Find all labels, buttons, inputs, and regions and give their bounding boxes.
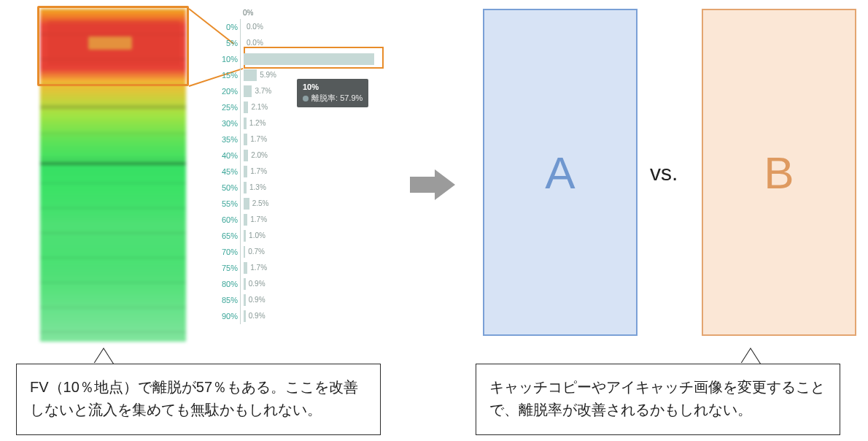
chart-row-label: 0% [215,23,240,31]
chart-row-label: 90% [215,312,240,321]
chart-bar-value: 1.7% [250,214,267,226]
chart-row: 10% [215,51,390,67]
svg-marker-0 [410,169,455,200]
variant-b-label: B [764,147,794,199]
chart-bar [244,262,247,274]
left-analysis-block: 0% 0%0.0%5%0.0%10%15%5.9%20%3.7%25%2.1%3… [40,9,390,359]
annotation-right: キャッチコピーやアイキャッチ画像を変更することで、離脱率が改善されるかもしれない… [476,364,840,435]
chart-row: 75%1.7% [215,260,390,276]
chart-bar [244,246,245,258]
chart-bar [244,166,247,177]
chart-row-label: 65% [215,231,240,240]
chart-row: 40%2.0% [215,147,390,164]
chart-bar-value: 2.1% [251,101,268,113]
chart-row-label: 20% [215,87,240,96]
chart-bar [244,310,246,322]
chart-row-label: 40% [215,151,240,160]
chart-row: 0%0.0% [215,19,390,35]
chart-row: 65%1.0% [215,228,390,244]
chart-bar-value: 1.7% [250,166,267,177]
chart-bar-value: 0.9% [249,310,266,322]
chart-row-label: 25% [215,103,240,112]
vs-label: vs. [650,161,678,185]
chart-bar-value: 1.3% [249,182,266,193]
chart-row: 80%0.9% [215,276,390,292]
chart-bar-value: 0.7% [248,246,265,258]
chart-bar-value: 2.5% [252,198,269,210]
chart-bar [244,85,252,97]
chart-bar [244,53,374,65]
chart-bar-value: 0.0% [247,21,263,33]
chart-bar-value: 0.9% [249,278,266,290]
chart-row: 45%1.7% [215,164,390,180]
chart-row-label: 70% [215,248,240,256]
chart-row-label: 30% [215,119,240,128]
chart-bar [244,182,247,193]
chart-bar [244,214,247,226]
chart-row: 5%0.0% [215,35,390,51]
chart-row: 90%0.9% [215,308,390,324]
chart-row: 70%0.7% [215,244,390,260]
chart-bar [244,230,246,242]
arrow-right-icon [410,169,455,200]
chart-row-label: 15% [215,71,240,80]
chart-bar [244,118,247,129]
chart-bar [244,294,246,306]
chart-row-label: 75% [215,264,240,272]
chart-bar-value: 1.0% [249,230,266,242]
chart-row: 60%1.7% [215,212,390,228]
chart-bar-value: 0.0% [247,37,263,49]
variant-card-b: B [702,9,856,336]
variant-card-a: A [483,9,638,336]
chart-row: 30%1.2% [215,115,390,131]
tooltip-line1: 10% [303,82,363,93]
chart-bar-value: 1.7% [250,134,267,145]
chart-bar [244,134,247,145]
chart-row-label: 55% [215,199,240,208]
chart-row-label: 85% [215,296,240,304]
chart-top-label: 0% [215,9,390,19]
chart-bar [244,278,246,290]
chart-bar-value: 0.9% [249,294,266,306]
chart-bar [244,150,248,161]
chart-row-label: 5% [215,39,240,47]
chart-bar [244,101,248,113]
focus-frame [37,6,189,86]
chart-row-label: 50% [215,183,240,192]
chart-bar-value: 2.0% [251,150,268,161]
chart-row-label: 10% [215,55,240,64]
tooltip-line2: 離脱率: 57.9% [303,93,363,104]
chart-bar [244,69,257,81]
variant-a-label: A [545,147,575,199]
chart-row-label: 35% [215,135,240,144]
chart-row: 35%1.7% [215,131,390,147]
chart-row: 55%2.5% [215,196,390,212]
series-dot-icon [303,96,309,101]
exit-rate-bar-chart: 0% 0%0.0%5%0.0%10%15%5.9%20%3.7%25%2.1%3… [215,9,390,324]
annotation-left: FV（10％地点）で離脱が57％もある。ここを改善しないと流入を集めても無駄かも… [16,364,381,435]
chart-bar-value: 5.9% [260,69,276,81]
chart-tooltip: 10% 離脱率: 57.9% [297,79,368,107]
chart-bar [244,198,249,210]
chart-bar-value: 1.2% [249,118,266,129]
chart-row: 50%1.3% [215,180,390,196]
chart-row-label: 45% [215,167,240,176]
chart-row-label: 60% [215,215,240,224]
chart-bar-value: 3.7% [255,85,271,97]
chart-row: 85%0.9% [215,292,390,308]
chart-bar-value: 1.7% [250,262,267,274]
chart-row-label: 80% [215,280,240,288]
